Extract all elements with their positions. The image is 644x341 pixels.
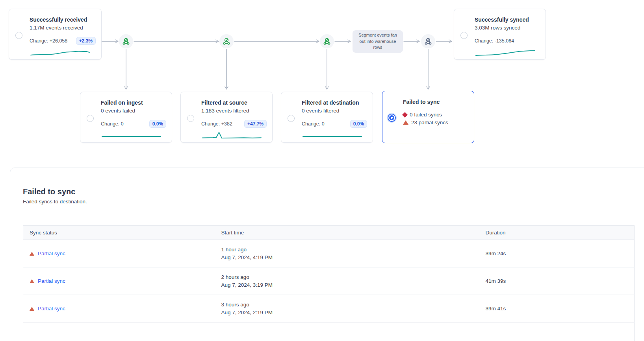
radio-icon[interactable] (87, 115, 94, 122)
divider (201, 117, 267, 117)
network-check-icon (122, 37, 130, 46)
card-title: Successfully received (30, 16, 96, 24)
divider (302, 117, 367, 117)
divider (403, 108, 468, 108)
divider (101, 117, 166, 117)
divider (475, 34, 540, 34)
timestamp: Aug 7, 2024, 4:19 PM (221, 254, 473, 262)
card-subtitle: 0 events failed (101, 107, 166, 115)
pipeline-diagram: Segment events fan out into warehouse ro… (0, 0, 644, 161)
warning-triangle-icon (30, 307, 34, 311)
failed-syncs-label: 0 failed syncs (410, 111, 442, 118)
relative-time: 1 hour ago (221, 246, 473, 254)
warning-triangle-icon (30, 252, 34, 256)
card-filtered-at-destination[interactable]: Filtered at destination 0 events filtere… (281, 92, 373, 143)
change-badge: 0.0% (149, 120, 166, 128)
connector-node-2 (219, 34, 234, 48)
change-label: Change: +26,058 (30, 38, 67, 44)
relative-time: 3 hours ago (221, 301, 473, 309)
card-subtitle: 0 events filtered (302, 107, 367, 115)
divider (30, 34, 96, 34)
network-check-icon (222, 37, 231, 46)
partial-sync-link[interactable]: Partial sync (38, 306, 65, 312)
partial-sync-link[interactable]: Partial sync (38, 278, 65, 284)
warning-triangle-icon (30, 279, 34, 283)
radio-icon[interactable] (15, 32, 22, 39)
table-row: Partial sync 1 hour ago Aug 7, 2024, 4:1… (23, 240, 635, 267)
card-filtered-at-source[interactable]: Filtered at source 1,183 events filtered… (180, 92, 273, 143)
duration-value: 39m 41s (479, 295, 635, 323)
fanout-note-text: Segment events fan out into warehouse ro… (357, 32, 398, 50)
change-label: Change: 0 (101, 121, 124, 127)
radio-icon[interactable] (460, 32, 468, 39)
change-badge: 0.0% (350, 120, 367, 128)
change-badge: +2.3% (76, 37, 96, 45)
change-label: Change: +382 (201, 121, 232, 127)
radio-icon[interactable] (288, 115, 295, 122)
relative-time: 2 hours ago (221, 273, 473, 281)
connector-node-3 (320, 34, 334, 48)
column-sync-status: Sync status (23, 226, 215, 240)
column-duration: Duration (479, 226, 635, 240)
synced-sparkline (475, 48, 536, 57)
card-title: Filtered at source (201, 99, 267, 107)
partial-sync-link[interactable]: Partial sync (38, 251, 65, 256)
radio-icon[interactable] (187, 115, 194, 122)
table-row: Partial sync 2 hours ago Aug 7, 2024, 3:… (23, 267, 635, 295)
received-sparkline (30, 48, 91, 57)
fanout-note: Segment events fan out into warehouse ro… (353, 30, 403, 53)
timestamp: Aug 7, 2024, 2:19 PM (221, 309, 473, 317)
change-label: Change: -135,064 (475, 38, 514, 44)
card-title: Failed to sync (403, 98, 468, 106)
card-failed-on-ingest[interactable]: Failed on ingest 0 events failed Change:… (80, 92, 172, 143)
panel-title: Failed to sync (23, 187, 75, 196)
card-successfully-received[interactable]: Successfully received 1.17M events recei… (9, 9, 102, 60)
partial-syncs-label: 23 partial syncs (411, 119, 448, 126)
duration-value: 39m 24s (479, 240, 635, 267)
failed-to-sync-panel: Failed to sync Failed syncs to destinati… (10, 168, 644, 341)
card-failed-to-sync[interactable]: Failed to sync 0 failed syncs 23 partial… (382, 91, 474, 143)
card-subtitle: 1,183 events filtered (201, 107, 267, 115)
timestamp: Aug 7, 2024, 3:19 PM (221, 281, 473, 289)
connector-node-1 (119, 34, 133, 48)
sync-table: Sync status Start time Duration Partial … (23, 225, 635, 341)
change-label: Change: 0 (302, 121, 325, 127)
filtered-source-sparkline (201, 131, 263, 140)
table-row-partial (23, 323, 635, 341)
diamond-icon (402, 112, 408, 117)
failed-ingest-sparkline (101, 131, 162, 140)
card-subtitle: 1.17M events received (30, 24, 96, 32)
connector-node-4 (421, 34, 435, 48)
card-subtitle: 3.03M rows synced (475, 24, 540, 32)
table-row: Partial sync 3 hours ago Aug 7, 2024, 2:… (23, 295, 635, 323)
network-check-icon (323, 37, 331, 46)
table-header-row: Sync status Start time Duration (23, 226, 635, 240)
duration-value: 41m 39s (479, 267, 635, 295)
panel-description: Failed syncs to destination. (23, 199, 87, 205)
change-badge: +47.7% (244, 120, 267, 128)
warning-triangle-icon (403, 120, 408, 125)
network-check-icon (424, 37, 432, 46)
column-start-time: Start time (215, 226, 479, 240)
card-title: Failed on ingest (101, 99, 166, 107)
card-title: Filtered at destination (302, 99, 367, 107)
card-successfully-synced[interactable]: Successfully synced 3.03M rows synced Ch… (454, 9, 546, 60)
card-title: Successfully synced (475, 16, 540, 24)
filtered-destination-sparkline (302, 131, 363, 140)
radio-icon[interactable] (388, 114, 396, 122)
